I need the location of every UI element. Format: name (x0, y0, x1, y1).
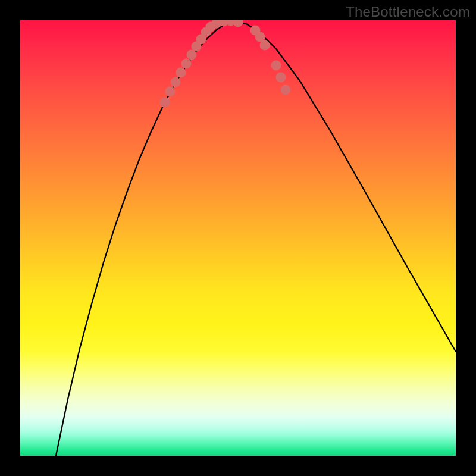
curve-marker (271, 61, 281, 71)
curve-marker (260, 40, 270, 51)
curve-marker (281, 85, 291, 95)
curve-marker (160, 98, 170, 108)
curve-marker (276, 73, 286, 83)
bottleneck-curve (56, 21, 456, 456)
outer-frame: TheBottleneck.com (0, 0, 476, 476)
curve-marker (171, 77, 181, 87)
curve-marker (181, 59, 192, 69)
curve-markers (160, 20, 291, 108)
curve-marker (165, 87, 176, 97)
plot-area (20, 20, 456, 456)
curve-marker (233, 20, 243, 27)
chart-svg (20, 20, 456, 456)
curve-marker (176, 68, 186, 78)
watermark-text: TheBottleneck.com (346, 4, 470, 20)
